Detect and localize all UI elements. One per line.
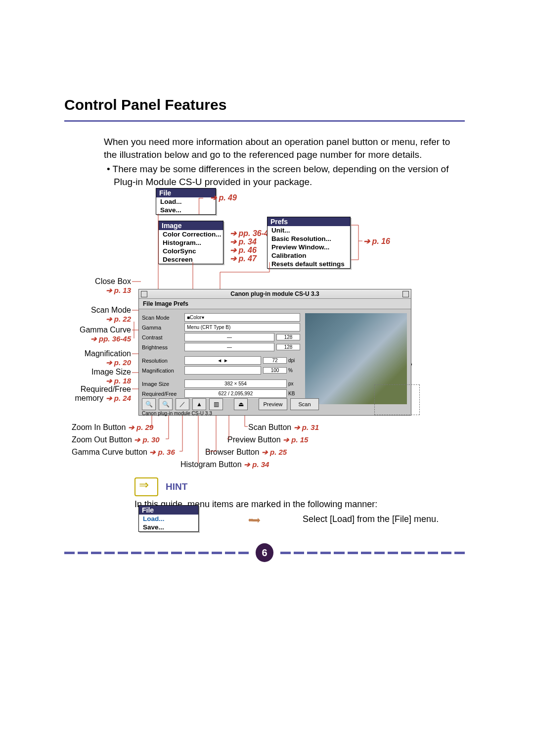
hint-icon <box>134 477 158 496</box>
file-menu-save: Save... <box>156 206 216 214</box>
row-magnif[interactable]: Magnification 100 % <box>142 366 300 375</box>
row-imgsize: Image Size 382 × 554 px <box>142 379 300 388</box>
lbl-zoomout: Zoom Out Button ➔ p. 30 <box>72 435 160 444</box>
scanner-status: Canon plug-in module CS-U 3.3 <box>142 411 212 416</box>
scanner-menubar[interactable]: File Image Prefs <box>139 299 411 309</box>
row-resolution[interactable]: Resolution ◄ ► 72 dpi <box>142 356 300 365</box>
image-ref-3: ➔ p. 47 <box>230 254 257 263</box>
prefs-ref: ➔ p. 16 <box>363 236 390 246</box>
file-menu-title: File <box>156 189 216 197</box>
gamma-curve-button[interactable]: ／ <box>176 398 189 410</box>
hint-menu-title: File <box>139 506 198 515</box>
image-menu-box: Image Color Correction... Histogram... C… <box>158 221 223 264</box>
row-contrast[interactable]: Contrast — 128 <box>142 333 300 341</box>
image-menu-ds: Descreen <box>159 255 223 264</box>
hint-menu-load: Load... <box>139 515 198 523</box>
row-reqfree: Required/Free 622 / 2,095,992 KB <box>142 389 300 398</box>
file-menu-box: File Load... Save... <box>156 188 216 215</box>
intro-p1: When you need more information about an … <box>104 136 455 161</box>
lbl-browserbtn: Browser Button ➔ p. 25 <box>205 448 287 457</box>
lbl-reqfree: Required/Free memory ➔ p. 24 <box>52 385 131 403</box>
scan-button[interactable]: Scan <box>290 398 319 410</box>
lbl-histbtn: Histogram Button ➔ p. 34 <box>180 460 269 469</box>
histogram-button[interactable]: ▲ <box>192 398 206 410</box>
prefs-menu-box: Prefs Unit... Basic Resolution... Previe… <box>267 217 351 269</box>
hint-menu-save: Save... <box>139 523 198 531</box>
page-footer: 6 <box>64 543 465 563</box>
lbl-gamma: Gamma Curve➔ pp. 36-45 <box>62 326 131 343</box>
prefs-menu-unit: Unit... <box>267 226 350 235</box>
hint-select-text: Select [Load] from the [File] menu. <box>303 514 439 524</box>
row-gamma[interactable]: Gamma Menu (CRT Type B) <box>142 323 300 331</box>
dotted-arrow-icon: ••➡ <box>248 514 259 526</box>
file-menu-load: Load... <box>156 197 216 206</box>
lbl-previewbtn: Preview Button ➔ p. 15 <box>227 435 308 444</box>
prefs-menu-title: Prefs <box>267 217 350 226</box>
prefs-menu-cal: Calibration <box>267 251 350 260</box>
intro-text: When you need more information about an … <box>104 136 455 189</box>
image-menu-hist: Histogram... <box>159 238 223 247</box>
scanner-window: Canon plug-in module CS-U 3.3 File Image… <box>138 289 411 416</box>
image-menu-cc: Color Correction... <box>159 230 223 238</box>
lbl-zoomin: Zoom In Button ➔ p. 29 <box>72 423 153 432</box>
close-box-icon[interactable] <box>141 291 147 297</box>
page-title: Control Panel Features <box>64 96 465 113</box>
hint-label: HINT <box>166 481 187 492</box>
title-rule <box>64 120 465 122</box>
file-menu-ref: ➔ p. 49 <box>210 193 237 202</box>
row-brightness[interactable]: Brightness — 128 <box>142 343 300 351</box>
lbl-imgsize: Image Size➔ p. 18 <box>62 368 131 385</box>
zoom-out-button[interactable]: 🔍 <box>159 398 173 410</box>
diagram: File Load... Save... ➔ p. 49 Image Color… <box>67 183 467 475</box>
prefs-menu-basic: Basic Resolution... <box>267 235 350 243</box>
hint-block: HINT In this guide, menu items are marke… <box>134 477 461 510</box>
prefs-menu-reset: Resets default settings <box>267 260 350 268</box>
zoom-box-icon[interactable] <box>402 291 409 297</box>
hint-example-menu: File Load... Save... <box>138 505 199 532</box>
lbl-scanmode: Scan Mode➔ p. 22 <box>62 306 131 324</box>
preview-button[interactable]: Preview <box>259 398 287 410</box>
lbl-scanbtn: Scan Button ➔ p. 31 <box>248 423 319 432</box>
zoom-in-button[interactable]: 🔍 <box>142 398 156 410</box>
browser-button[interactable]: ▥ <box>209 398 223 410</box>
lbl-closebox: Close Box➔ p. 13 <box>62 277 131 295</box>
lbl-gammabtn: Gamma Curve button ➔ p. 36 <box>72 448 175 457</box>
image-menu-title: Image <box>159 221 223 230</box>
image-menu-cs: ColorSync <box>159 247 223 255</box>
row-scanmode[interactable]: Scan Mode ■ Color ▾ <box>142 313 300 322</box>
scanner-titlebar: Canon plug-in module CS-U 3.3 <box>139 289 411 299</box>
page-number: 6 <box>256 543 273 562</box>
prefs-menu-preview: Preview Window... <box>267 243 350 251</box>
lbl-magnif: Magnification➔ p. 20 <box>62 349 131 367</box>
eject-button[interactable]: ⏏ <box>234 398 248 410</box>
preview-image[interactable] <box>305 313 407 404</box>
